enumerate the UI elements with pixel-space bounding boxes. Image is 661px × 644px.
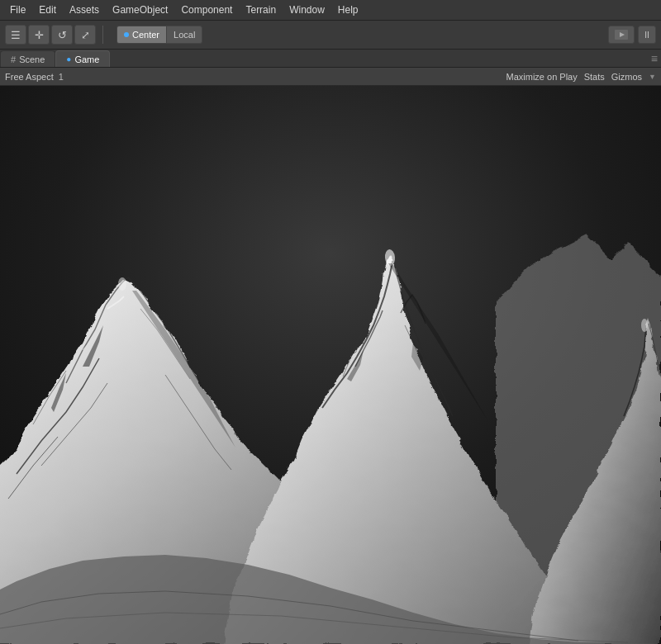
tab-scene[interactable]: # Scene (0, 50, 55, 67)
menu-item-window[interactable]: Window (283, 2, 331, 17)
menu-item-edit[interactable]: Edit (32, 2, 63, 17)
terrain-view (0, 86, 661, 644)
maximize-on-play-button[interactable]: Maximize on Play (506, 72, 578, 82)
aspect-label: Free Aspect (5, 72, 54, 82)
local-label: Local (174, 30, 195, 40)
menu-bar: File Edit Assets GameObject Component Te… (0, 0, 661, 21)
move-tool-button[interactable]: ✛ (28, 25, 50, 45)
pause-button[interactable]: II (638, 26, 656, 44)
sub-toolbar-right: Maximize on Play Stats Gizmos ▼ (506, 72, 656, 82)
game-tab-label: Game (74, 54, 99, 64)
hand-tool-button[interactable]: ☰ (5, 25, 26, 45)
toolbar-separator-1 (102, 26, 103, 44)
gizmos-button[interactable]: Gizmos (611, 72, 642, 82)
center-label: Center (132, 30, 159, 40)
preview-icon (615, 30, 628, 40)
toolbar-right: II (608, 26, 656, 44)
center-dot (124, 32, 129, 37)
scene-tab-prefix: # (11, 54, 16, 64)
menu-item-gameobject[interactable]: GameObject (106, 2, 174, 17)
center-local-toggle: Center Local (117, 26, 202, 44)
local-button[interactable]: Local (167, 26, 202, 43)
menu-item-file[interactable]: File (3, 2, 32, 17)
svg-point-5 (118, 277, 126, 291)
tab-game[interactable]: ● Game (55, 50, 110, 67)
tab-bar: # Scene ● Game ≡ (0, 50, 661, 68)
game-tab-prefix: ● (66, 54, 71, 64)
menu-item-help[interactable]: Help (331, 2, 365, 17)
play-preview (608, 26, 635, 44)
tab-bar-menu-icon[interactable]: ≡ (651, 52, 658, 65)
toolbar: ☰ ✛ ↺ ⤢ Center Local II (0, 21, 661, 50)
aspect-value: 1 (59, 72, 64, 82)
scale-tool-button[interactable]: ⤢ (74, 25, 96, 45)
menu-item-component[interactable]: Component (174, 2, 239, 17)
transform-tools: ☰ ✛ ↺ ⤢ (5, 25, 96, 45)
menu-item-assets[interactable]: Assets (63, 2, 106, 17)
menu-item-terrain[interactable]: Terrain (239, 2, 283, 17)
sub-toolbar: Free Aspect 1 Maximize on Play Stats Giz… (0, 68, 661, 86)
rotate-tool-button[interactable]: ↺ (51, 25, 73, 45)
gizmos-chevron-icon: ▼ (649, 73, 656, 81)
center-button[interactable]: Center (117, 26, 167, 43)
svg-point-4 (641, 319, 648, 332)
stats-button[interactable]: Stats (584, 72, 605, 82)
viewport (0, 86, 661, 644)
scene-tab-label: Scene (19, 54, 45, 64)
